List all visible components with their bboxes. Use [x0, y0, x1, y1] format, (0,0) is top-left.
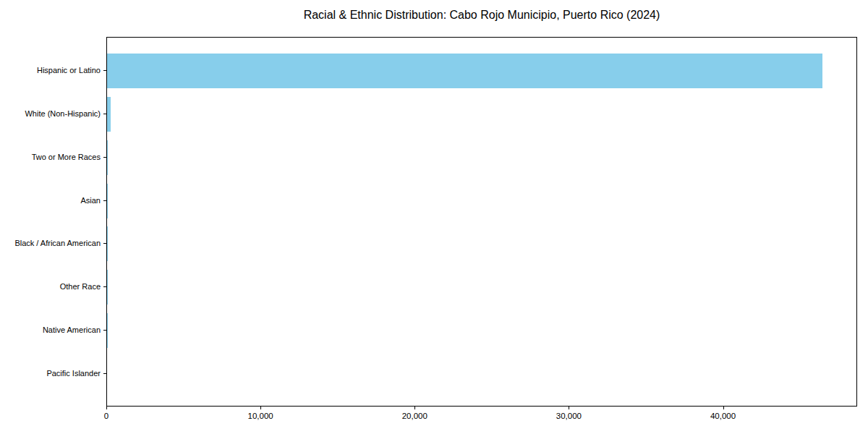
chart-title: Racial & Ethnic Distribution: Cabo Rojo … — [106, 8, 857, 22]
bar-asian — [107, 184, 108, 218]
plot-area — [106, 37, 857, 407]
x-tick-label-10000: 10,000 — [248, 411, 273, 421]
y-tick-mark — [103, 70, 106, 71]
bar-two-or-more-races — [107, 140, 108, 175]
x-tick-mark — [723, 407, 724, 409]
y-tick-label-two-or-more-races: Two or More Races — [0, 152, 101, 161]
y-tick-label-native-american: Native American — [0, 325, 101, 334]
y-tick-label-asian: Asian — [0, 195, 101, 205]
x-tick-label-30000: 30,000 — [556, 411, 582, 421]
bar-white-non-hispanic — [107, 97, 111, 132]
x-tick-label-0: 0 — [104, 411, 109, 421]
y-tick-label-black-african-american: Black / African American — [0, 239, 101, 248]
x-tick-label-20000: 20,000 — [402, 411, 427, 421]
x-tick-mark — [260, 407, 261, 409]
y-tick-mark — [103, 157, 106, 158]
y-tick-label-hispanic-or-latino: Hispanic or Latino — [0, 66, 101, 75]
y-tick-label-white-non-hispanic: White (Non-Hispanic) — [0, 109, 101, 119]
y-tick-mark — [103, 243, 106, 244]
x-tick-mark — [106, 407, 107, 409]
y-tick-label-other-race: Other Race — [0, 282, 101, 292]
x-tick-label-40000: 40,000 — [710, 411, 736, 421]
y-tick-mark — [103, 200, 106, 201]
bar-hispanic-or-latino — [107, 54, 822, 88]
y-tick-mark — [103, 114, 106, 114]
y-tick-mark — [103, 373, 106, 374]
y-tick-mark — [103, 286, 106, 287]
x-tick-mark — [569, 407, 569, 409]
y-tick-label-pacific-islander: Pacific Islander — [0, 368, 101, 378]
y-tick-mark — [103, 330, 106, 331]
bar-chart-figure: Racial & Ethnic Distribution: Cabo Rojo … — [0, 0, 868, 434]
x-tick-mark — [414, 407, 415, 409]
